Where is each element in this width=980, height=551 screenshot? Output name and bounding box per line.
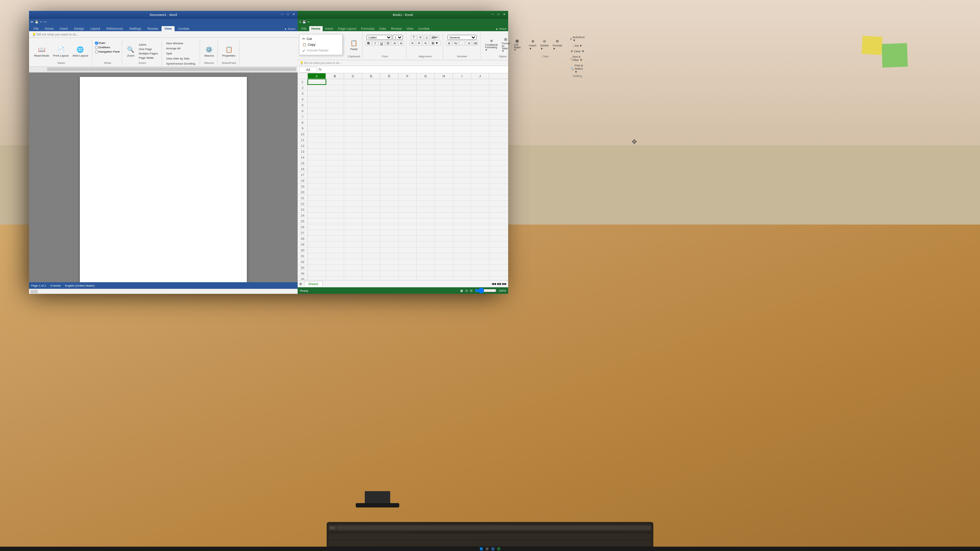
- col-header-d[interactable]: D: [362, 73, 380, 79]
- cell-D3[interactable]: [362, 91, 380, 96]
- cell-C9[interactable]: [344, 125, 362, 131]
- cell-H2[interactable]: [435, 85, 453, 91]
- new-window-button[interactable]: New Window: [165, 41, 185, 45]
- cell-C35[interactable]: [344, 276, 362, 280]
- cell-C13[interactable]: [344, 149, 362, 154]
- cell-E5[interactable]: [380, 102, 399, 108]
- cell-D4[interactable]: [362, 97, 380, 102]
- cell-B24[interactable]: [326, 213, 344, 218]
- cell-D8[interactable]: [362, 120, 380, 125]
- cell-B6[interactable]: [326, 108, 344, 114]
- cell-E28[interactable]: [380, 236, 399, 241]
- cell-E25[interactable]: [380, 218, 399, 224]
- cell-F19[interactable]: [399, 184, 417, 189]
- cell-G5[interactable]: [417, 102, 435, 108]
- cell-I6[interactable]: [453, 108, 471, 114]
- cell-B19[interactable]: [326, 184, 344, 189]
- cell-I27[interactable]: [453, 230, 471, 235]
- cell-E30[interactable]: [380, 248, 399, 253]
- word-undo-icon[interactable]: ↩: [40, 20, 43, 24]
- cell-H27[interactable]: [435, 230, 453, 235]
- cell-J22[interactable]: [471, 201, 489, 206]
- cell-F32[interactable]: [399, 259, 417, 264]
- cell-F4[interactable]: [399, 97, 417, 102]
- cell-I2[interactable]: [453, 85, 471, 91]
- fill-color-button[interactable]: A: [391, 41, 398, 46]
- cell-H25[interactable]: [435, 218, 453, 224]
- cell-C25[interactable]: [344, 218, 362, 224]
- cell-F24[interactable]: [399, 213, 417, 218]
- cell-F15[interactable]: [399, 160, 417, 166]
- cell-F27[interactable]: [399, 230, 417, 235]
- cell-D30[interactable]: [362, 248, 380, 253]
- cell-C17[interactable]: [344, 172, 362, 177]
- cell-I14[interactable]: [453, 154, 471, 160]
- cell-E19[interactable]: [380, 184, 399, 189]
- excel-tab-review[interactable]: Review: [389, 26, 404, 31]
- cell-E33[interactable]: [380, 265, 399, 270]
- word-minimize-button[interactable]: ─: [280, 14, 285, 17]
- number-format-select[interactable]: General: [447, 35, 477, 40]
- cell-J19[interactable]: [471, 184, 489, 189]
- cell-A5[interactable]: [308, 102, 326, 108]
- cell-J27[interactable]: [471, 230, 489, 235]
- excel-paste-button[interactable]: 📋 Paste: [348, 38, 360, 51]
- cell-F12[interactable]: [399, 143, 417, 148]
- cell-J32[interactable]: [471, 259, 489, 264]
- cell-E22[interactable]: [380, 201, 399, 206]
- col-header-g[interactable]: G: [417, 73, 435, 79]
- cell-G35[interactable]: [417, 276, 435, 280]
- merge-center-button[interactable]: ⊞ ▼: [429, 41, 441, 46]
- cut-menu-item[interactable]: ✂ Cut: [299, 36, 342, 42]
- cell-B35[interactable]: [326, 276, 344, 280]
- cell-G30[interactable]: [417, 248, 435, 253]
- cell-G24[interactable]: [417, 213, 435, 218]
- cell-A14[interactable]: [308, 154, 326, 160]
- cell-I8[interactable]: [453, 120, 471, 125]
- cell-J31[interactable]: [471, 253, 489, 259]
- cell-I3[interactable]: [453, 91, 471, 96]
- zoom-100-button[interactable]: 100%: [137, 43, 159, 47]
- cell-C20[interactable]: [344, 189, 362, 195]
- cell-G17[interactable]: [417, 172, 435, 177]
- synchronous-scrolling-button[interactable]: Synchronous Scrolling: [165, 62, 197, 66]
- cell-I34[interactable]: [453, 271, 471, 276]
- cell-D5[interactable]: [362, 102, 380, 108]
- excel-minimize-button[interactable]: ─: [490, 14, 495, 17]
- cell-J24[interactable]: [471, 213, 489, 218]
- cell-I12[interactable]: [453, 143, 471, 148]
- cell-G28[interactable]: [417, 236, 435, 241]
- cell-A27[interactable]: [308, 230, 326, 235]
- cell-H9[interactable]: [435, 125, 453, 131]
- cell-A7[interactable]: [308, 114, 326, 119]
- cell-G13[interactable]: [417, 149, 435, 154]
- cell-G2[interactable]: [417, 85, 435, 91]
- cell-H18[interactable]: [435, 178, 453, 183]
- cell-D26[interactable]: [362, 224, 380, 230]
- align-bottom-button[interactable]: ⊥: [424, 35, 430, 40]
- cell-J12[interactable]: [471, 143, 489, 148]
- cell-C6[interactable]: [344, 108, 362, 114]
- cell-I26[interactable]: [453, 224, 471, 230]
- cell-E8[interactable]: [380, 120, 399, 125]
- cell-H12[interactable]: [435, 143, 453, 148]
- cell-G32[interactable]: [417, 259, 435, 264]
- cell-H11[interactable]: [435, 137, 453, 143]
- cell-B14[interactable]: [326, 154, 344, 160]
- excel-maximize-button[interactable]: □: [496, 14, 498, 17]
- accounting-button[interactable]: $: [446, 41, 452, 46]
- excel-tab-data[interactable]: Data: [377, 26, 388, 31]
- cell-G20[interactable]: [417, 189, 435, 195]
- cell-J18[interactable]: [471, 178, 489, 183]
- cell-B10[interactable]: [326, 131, 344, 137]
- cell-A18[interactable]: [308, 178, 326, 183]
- view-side-by-side-button[interactable]: View Side by Side: [165, 57, 191, 60]
- cell-A23[interactable]: [308, 207, 326, 212]
- cell-C32[interactable]: [344, 259, 362, 264]
- cell-E21[interactable]: [380, 195, 399, 201]
- cell-D17[interactable]: [362, 172, 380, 177]
- cell-E23[interactable]: [380, 207, 399, 212]
- cell-I4[interactable]: [453, 97, 471, 102]
- underline-button[interactable]: U: [379, 41, 384, 46]
- cell-C34[interactable]: [344, 271, 362, 276]
